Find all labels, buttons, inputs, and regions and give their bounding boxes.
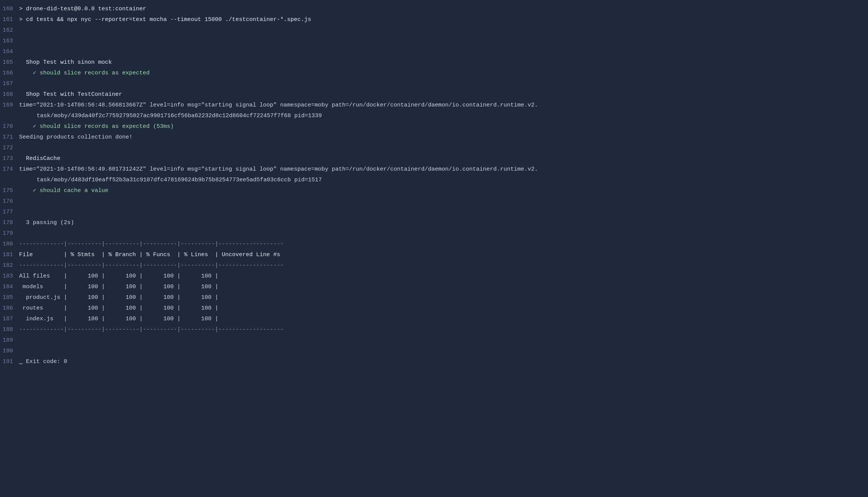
terminal-line: 183All files | 100 | 100 | 100 | 100 | [0,271,868,282]
line-number: 161 [0,15,19,25]
line-content: ✓ should slice records as expected (53ms… [19,121,868,132]
terminal-line: 161> cd tests && npx nyc --reporter=text… [0,15,868,25]
line-content: -------------|----------|----------|----… [19,324,868,335]
terminal-line: 165 Shop Test with sinon mock [0,57,868,68]
line-content: ‿ Exit code: 0 [19,357,868,367]
terminal-line: 175 ✓ should cache a value [0,186,868,196]
line-number: 162 [0,25,19,36]
line-number: 189 [0,335,19,346]
line-number: 185 [0,292,19,303]
terminal-line: 164 [0,47,868,57]
line-number: 170 [0,121,19,132]
line-content: File | % Stmts | % Branch | % Funcs | % … [19,250,868,260]
terminal-line: 184 models | 100 | 100 | 100 | 100 | [0,282,868,292]
terminal-line: 167 [0,79,868,89]
line-number: 166 [0,68,19,79]
line-number: 174 [0,164,19,175]
line-number: 164 [0,47,19,57]
line-number: 179 [0,228,19,239]
line-number: 169 [0,100,19,111]
line-content: Shop Test with sinon mock [19,57,868,68]
terminal-line: 176 [0,196,868,207]
line-content: RedisCache [19,153,868,164]
terminal-line: 178 3 passing (2s) [0,218,868,228]
terminal-line: 173 RedisCache [0,153,868,164]
line-number: 184 [0,282,19,292]
line-number: 178 [0,218,19,228]
line-content: -------------|----------|----------|----… [19,260,868,271]
line-content: > cd tests && npx nyc --reporter=text mo… [19,15,868,25]
terminal-line: 188-------------|----------|----------|-… [0,324,868,335]
terminal-line: 189 [0,335,868,346]
line-number: 172 [0,143,19,153]
line-content: models | 100 | 100 | 100 | 100 | [19,282,868,292]
line-number: 175 [0,186,19,196]
line-number: 182 [0,260,19,271]
line-number: 160 [0,4,19,15]
line-number: 171 [0,132,19,143]
terminal-line: 181File | % Stmts | % Branch | % Funcs |… [0,250,868,260]
line-number: 180 [0,239,19,250]
terminal-line: 174time="2021-10-14T06:56:49.801731242Z"… [0,164,868,186]
terminal-line: 190 [0,346,868,357]
line-content: Shop Test with TestContainer [19,89,868,100]
terminal-output: 160> drone-did-test@0.0.0 test:container… [0,0,868,497]
line-number: 163 [0,36,19,47]
line-content: -------------|----------|----------|----… [19,239,868,250]
line-content: routes | 100 | 100 | 100 | 100 | [19,303,868,314]
line-number: 168 [0,89,19,100]
line-content: Seeding products collection done! [19,132,868,143]
terminal-line: 169time="2021-10-14T06:56:48.566813667Z"… [0,100,868,121]
terminal-line: 168 Shop Test with TestContainer [0,89,868,100]
terminal-line: 177 [0,207,868,218]
line-number: 176 [0,196,19,207]
line-number: 173 [0,153,19,164]
line-content: time="2021-10-14T06:56:49.801731242Z" le… [19,164,868,186]
terminal-line: 191‿ Exit code: 0 [0,357,868,367]
line-number: 190 [0,346,19,357]
terminal-line: 186 routes | 100 | 100 | 100 | 100 | [0,303,868,314]
line-content: All files | 100 | 100 | 100 | 100 | [19,271,868,282]
terminal-line: 185 product.js | 100 | 100 | 100 | 100 | [0,292,868,303]
line-content: ✓ should slice records as expected [19,68,868,79]
line-content: product.js | 100 | 100 | 100 | 100 | [19,292,868,303]
line-number: 188 [0,324,19,335]
terminal-line: 171Seeding products collection done! [0,132,868,143]
terminal-line: 170 ✓ should slice records as expected (… [0,121,868,132]
line-number: 191 [0,357,19,367]
line-content: > drone-did-test@0.0.0 test:container [19,4,868,15]
line-content: index.js | 100 | 100 | 100 | 100 | [19,314,868,324]
line-number: 187 [0,314,19,324]
line-number: 167 [0,79,19,89]
line-number: 177 [0,207,19,218]
terminal-line: 180-------------|----------|----------|-… [0,239,868,250]
line-number: 181 [0,250,19,260]
terminal-line: 179 [0,228,868,239]
terminal-line: 166 ✓ should slice records as expected [0,68,868,79]
terminal-line: 160> drone-did-test@0.0.0 test:container [0,4,868,15]
terminal-line: 182-------------|----------|----------|-… [0,260,868,271]
line-number: 186 [0,303,19,314]
terminal-line: 163 [0,36,868,47]
line-content: time="2021-10-14T06:56:48.566813667Z" le… [19,100,868,121]
terminal-line: 162 [0,25,868,36]
line-number: 183 [0,271,19,282]
terminal-line: 187 index.js | 100 | 100 | 100 | 100 | [0,314,868,324]
line-content: 3 passing (2s) [19,218,868,228]
line-number: 165 [0,57,19,68]
terminal-line: 172 [0,143,868,153]
line-content: ✓ should cache a value [19,186,868,196]
